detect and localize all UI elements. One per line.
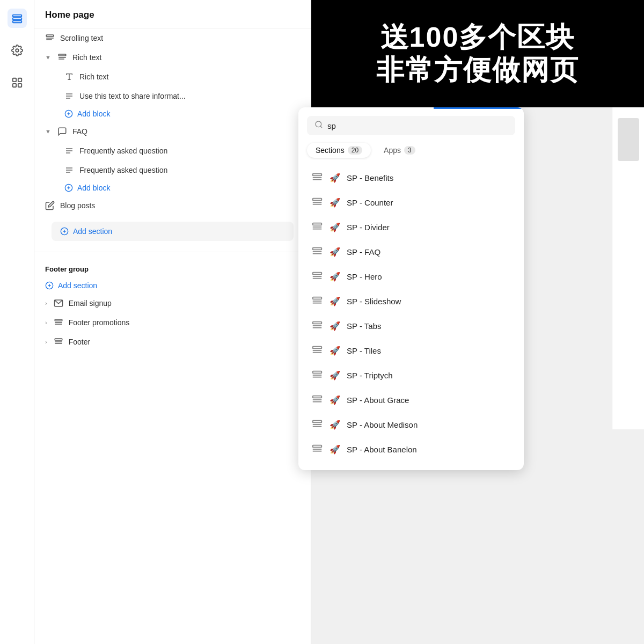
result-label: SP - Triptych — [347, 371, 393, 380]
faq-label: FAQ — [72, 127, 87, 136]
rich-text-desc-label: Use this text to share informat... — [79, 92, 186, 100]
rocket-emoji: 🚀 — [330, 173, 340, 183]
results-list: 🚀SP - Benefits 🚀SP - Counter 🚀SP - Divid… — [307, 165, 517, 462]
svg-rect-5 — [18, 78, 21, 82]
faq-section-icon — [57, 127, 67, 136]
svg-rect-52 — [313, 223, 322, 225]
section-faq[interactable]: ▼ FAQ — [34, 122, 311, 141]
svg-rect-0 — [12, 15, 21, 17]
result-label: SP - Slideshow — [347, 297, 401, 306]
add-section-footer[interactable]: Add section — [34, 277, 311, 294]
tab-sections-label: Sections — [316, 146, 345, 155]
section-scrolling-text[interactable]: Scrolling text — [34, 28, 311, 48]
svg-rect-64 — [313, 322, 322, 324]
rocket-emoji: 🚀 — [330, 197, 340, 208]
tab-sections[interactable]: Sections 20 — [307, 143, 371, 158]
svg-rect-46 — [313, 174, 322, 176]
svg-point-44 — [316, 121, 321, 127]
add-section-main[interactable]: Add section — [52, 222, 294, 241]
svg-rect-49 — [313, 199, 322, 201]
svg-rect-11 — [58, 54, 66, 56]
result-label: SP - FAQ — [347, 247, 380, 257]
promo-line2: 非常方便做网页 — [376, 55, 579, 85]
sidebar-icon-apps[interactable] — [8, 73, 27, 92]
svg-rect-1 — [12, 18, 21, 20]
text-icon — [64, 72, 74, 82]
rocket-emoji: 🚀 — [330, 247, 340, 257]
result-label: SP - Benefits — [347, 173, 393, 182]
collapse-arrow-email: › — [45, 300, 47, 306]
result-item[interactable]: 🚀SP - Benefits — [307, 165, 517, 190]
result-label: SP - Hero — [347, 272, 382, 281]
email-signup-icon — [54, 298, 63, 308]
tab-sections-count: 20 — [348, 146, 362, 155]
result-item[interactable]: 🚀SP - About Banelon — [307, 437, 517, 462]
collapse-arrow-faq: ▼ — [45, 128, 51, 135]
tab-apps[interactable]: Apps 3 — [375, 143, 424, 158]
rocket-emoji: 🚀 — [330, 420, 340, 430]
lines-icon — [64, 91, 74, 101]
add-block-rich[interactable]: Add block — [34, 106, 311, 122]
result-label: SP - Tabs — [347, 321, 381, 331]
svg-rect-79 — [313, 445, 322, 448]
section-rich-text[interactable]: ▼ Rich text — [34, 48, 311, 67]
rocket-emoji: 🚀 — [330, 444, 340, 455]
faq-child-2-label: Frequently asked question — [79, 166, 167, 174]
rocket-emoji: 🚀 — [330, 395, 340, 405]
rocket-emoji: 🚀 — [330, 370, 340, 380]
result-item[interactable]: 🚀SP - About Medison — [307, 412, 517, 437]
result-item[interactable]: 🚀SP - Tabs — [307, 313, 517, 338]
svg-rect-73 — [313, 396, 322, 398]
svg-rect-7 — [18, 84, 21, 87]
add-block-faq[interactable]: Add block — [34, 180, 311, 196]
search-icon — [314, 120, 323, 131]
block-rich-text-title[interactable]: Rich text — [34, 67, 311, 86]
section-footer[interactable]: › Footer — [34, 332, 311, 352]
result-label: SP - Tiles — [347, 346, 381, 355]
svg-rect-4 — [12, 78, 16, 82]
section-blog-posts[interactable]: Blog posts — [34, 196, 311, 215]
section-email-signup[interactable]: › Email signup — [34, 294, 311, 313]
svg-rect-70 — [313, 371, 322, 374]
block-rich-text-desc[interactable]: Use this text to share informat... — [34, 86, 311, 106]
block-faq-2[interactable]: Frequently asked question — [34, 160, 311, 180]
faq-block-icon-1 — [64, 146, 74, 156]
scrolling-text-label: Scrolling text — [60, 34, 103, 42]
result-item[interactable]: 🚀SP - Slideshow — [307, 289, 517, 313]
svg-rect-55 — [313, 248, 322, 250]
result-item[interactable]: 🚀SP - About Grace — [307, 387, 517, 412]
section-footer-promotions[interactable]: › Footer promotions — [34, 313, 311, 332]
rich-text-section-icon — [57, 53, 67, 62]
footer-group-label: Footer group — [34, 257, 311, 277]
add-section-main-label: Add section — [73, 227, 112, 236]
rocket-emoji: 🚀 — [330, 272, 340, 282]
result-item[interactable]: 🚀SP - Counter — [307, 190, 517, 215]
add-block-faq-label: Add block — [77, 184, 110, 192]
block-faq-1[interactable]: Frequently asked question — [34, 141, 311, 160]
sidebar-icon-layers[interactable] — [8, 9, 27, 28]
rocket-emoji: 🚀 — [330, 222, 340, 232]
blog-posts-label: Blog posts — [60, 201, 95, 210]
result-item[interactable]: 🚀SP - Divider — [307, 215, 517, 239]
svg-rect-38 — [55, 319, 62, 321]
result-label: SP - Divider — [347, 223, 390, 232]
svg-rect-58 — [313, 273, 322, 275]
email-signup-label: Email signup — [69, 299, 112, 308]
tab-apps-label: Apps — [384, 146, 401, 155]
main-panel: Home page Scrolling text ▼ Rich text Ric… — [34, 0, 311, 644]
sidebar-icon-settings[interactable] — [8, 41, 27, 60]
svg-rect-61 — [313, 297, 322, 299]
section-icon — [45, 33, 55, 43]
footer-promo-icon — [54, 318, 63, 327]
result-item[interactable]: 🚀SP - Hero — [307, 264, 517, 289]
result-item[interactable]: 🚀SP - Tiles — [307, 338, 517, 363]
svg-rect-76 — [313, 421, 322, 423]
blog-posts-icon — [45, 201, 55, 210]
result-item[interactable]: 🚀SP - FAQ — [307, 239, 517, 264]
promo-line1: 送100多个区块 — [380, 22, 575, 53]
promo-banner: 送100多个区块 非常方便做网页 — [311, 0, 644, 107]
svg-rect-41 — [55, 339, 62, 340]
search-input[interactable] — [327, 121, 508, 130]
result-item[interactable]: 🚀SP - Triptych — [307, 363, 517, 387]
svg-rect-6 — [12, 84, 16, 87]
